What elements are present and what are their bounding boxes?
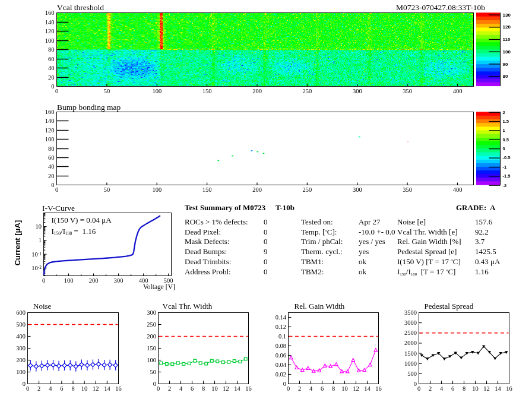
svg-text:0.14: 0.14 [276, 314, 287, 321]
svg-text:150: 150 [147, 345, 156, 352]
svg-text:0: 0 [417, 385, 420, 392]
svg-text:6: 6 [191, 385, 194, 392]
svg-text:12: 12 [483, 385, 490, 392]
svg-text:400: 400 [16, 333, 26, 340]
svg-text:2: 2 [37, 385, 40, 392]
svg-text:16: 16 [115, 385, 122, 392]
svg-text:0.06: 0.06 [276, 352, 286, 359]
svg-text:400: 400 [453, 88, 463, 94]
svg-text:0: 0 [55, 88, 58, 94]
svg-text:10-2: 10-2 [31, 265, 42, 271]
svg-text:120: 120 [503, 24, 511, 30]
svg-text:Rel. Gain Width: Rel. Gain Width [294, 302, 345, 311]
svg-text:0: 0 [51, 182, 54, 188]
svg-text:8: 8 [71, 385, 74, 392]
svg-text:2: 2 [429, 385, 432, 392]
svg-text:400: 400 [453, 186, 463, 193]
svg-text:0.04: 0.04 [276, 362, 287, 368]
svg-text:-0.5: -0.5 [503, 155, 511, 160]
svg-text:200: 200 [147, 333, 156, 340]
svg-text:300: 300 [16, 345, 26, 352]
svg-text:60: 60 [48, 56, 55, 62]
svg-text:100: 100 [503, 49, 511, 55]
svg-text:4: 4 [179, 385, 183, 392]
svg-text:50: 50 [104, 186, 110, 193]
svg-text:200: 200 [16, 357, 26, 363]
svg-text:-2: -2 [503, 183, 507, 188]
svg-text:20: 20 [48, 173, 55, 179]
svg-text:40: 40 [48, 163, 55, 170]
svg-text:Vcal Thr. Width: Vcal Thr. Width [163, 302, 213, 311]
svg-text:350: 350 [403, 186, 412, 193]
svg-text:2: 2 [168, 385, 171, 392]
svg-text:100: 100 [152, 88, 162, 94]
svg-text:150: 150 [202, 88, 212, 94]
svg-text:8: 8 [463, 385, 466, 392]
svg-text:M0723-070427.08:33T-10b: M0723-070427.08:33T-10b [396, 3, 485, 12]
svg-text:600: 600 [16, 309, 26, 316]
svg-text:Pedestal Spread: Pedestal Spread [425, 302, 474, 311]
svg-text:50: 50 [150, 369, 157, 375]
svg-text:0: 0 [23, 381, 26, 387]
svg-text:110: 110 [503, 37, 511, 42]
svg-text:200: 200 [252, 186, 262, 193]
svg-text:12: 12 [93, 385, 99, 392]
svg-text:2500: 2500 [404, 330, 417, 336]
svg-text:3500: 3500 [404, 309, 417, 316]
svg-text:500: 500 [16, 321, 26, 328]
svg-text:16: 16 [375, 385, 382, 392]
svg-text:0.5: 0.5 [503, 137, 509, 142]
svg-text:16: 16 [506, 385, 512, 392]
svg-text:1000: 1000 [404, 360, 417, 367]
svg-text:Noise: Noise [33, 302, 52, 311]
svg-text:0: 0 [153, 381, 156, 387]
svg-text:140: 140 [45, 19, 55, 26]
svg-text:2: 2 [503, 110, 505, 115]
svg-text:10: 10 [81, 385, 88, 392]
svg-text:0.08: 0.08 [276, 343, 286, 349]
svg-text:6: 6 [321, 385, 324, 392]
svg-text:0.1: 0.1 [278, 333, 286, 340]
svg-text:100: 100 [45, 136, 55, 142]
svg-text:6: 6 [60, 385, 63, 392]
svg-text:140: 140 [45, 118, 55, 124]
svg-text:0: 0 [287, 385, 290, 392]
svg-text:100: 100 [45, 37, 55, 44]
svg-text:4: 4 [49, 385, 52, 392]
svg-text:1500: 1500 [404, 350, 417, 357]
svg-text:10: 10 [472, 385, 479, 392]
svg-text:12: 12 [353, 385, 359, 392]
svg-text:200: 200 [252, 88, 262, 94]
svg-text:8: 8 [202, 385, 205, 392]
svg-text:0: 0 [414, 381, 417, 387]
svg-text:3000: 3000 [404, 319, 417, 326]
svg-text:12: 12 [223, 385, 229, 392]
svg-text:1: 1 [503, 128, 505, 133]
svg-text:80: 80 [48, 145, 55, 152]
svg-text:2000: 2000 [404, 340, 417, 346]
svg-text:100: 100 [152, 186, 162, 193]
svg-text:90: 90 [503, 62, 508, 67]
svg-text:20: 20 [48, 74, 55, 81]
svg-text:100: 100 [16, 369, 26, 375]
svg-text:-1: -1 [503, 164, 507, 170]
svg-text:10: 10 [36, 223, 42, 230]
svg-text:150: 150 [202, 186, 212, 193]
svg-text:14: 14 [104, 385, 110, 392]
svg-text:100: 100 [147, 357, 156, 363]
svg-text:300: 300 [353, 186, 362, 193]
svg-text:0: 0 [157, 385, 160, 392]
svg-text:0: 0 [51, 83, 54, 90]
svg-text:10: 10 [211, 385, 218, 392]
svg-text:250: 250 [303, 186, 312, 193]
svg-text:4: 4 [440, 385, 444, 392]
svg-text:14: 14 [364, 385, 370, 392]
svg-text:1: 1 [39, 237, 42, 243]
svg-text:80: 80 [48, 46, 55, 53]
svg-text:Current [μA]: Current [μA] [13, 220, 22, 266]
svg-text:0.12: 0.12 [276, 324, 286, 330]
svg-text:300: 300 [353, 88, 362, 94]
svg-text:80: 80 [503, 74, 508, 79]
svg-text:4: 4 [309, 385, 313, 392]
svg-text:Vcal threshold: Vcal threshold [57, 3, 104, 12]
